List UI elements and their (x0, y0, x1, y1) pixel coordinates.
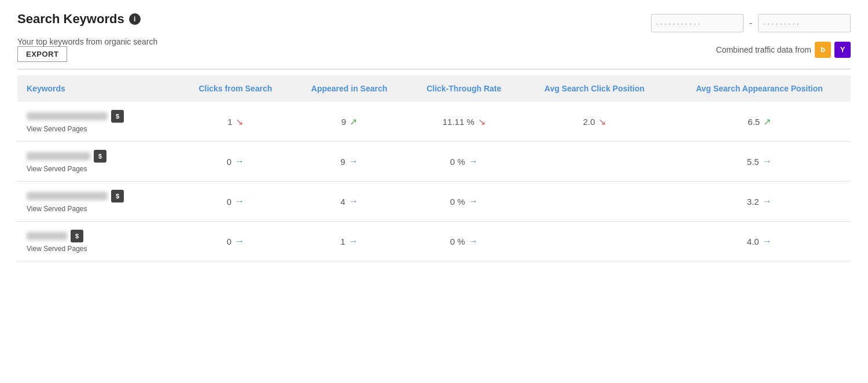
date-to-input[interactable] (758, 14, 851, 32)
dollar-badge: $ (94, 150, 106, 163)
subtitle-text: Your top keywords from organic search (17, 37, 157, 46)
table-row: $ View Served Pages 0→ 4→ 0 %→ 3. (17, 182, 851, 222)
trend-arrow-right: → (235, 236, 244, 246)
ctr-cell: 0 %→ (407, 222, 521, 262)
clicks-from-search-cell: 1↘ (179, 102, 292, 142)
keyword-blurred-text (27, 112, 108, 120)
yahoo-logo: Y (834, 42, 851, 58)
clicks-value: 0→ (227, 156, 244, 167)
appeared-in-search-cell: 9↗ (292, 102, 407, 142)
col-click-through-rate: Click-Through Rate (407, 75, 521, 102)
trend-arrow-right: → (763, 156, 772, 167)
table-row: $ View Served Pages 0→ 1→ 0 %→ 4. (17, 222, 851, 262)
trend-arrow-down: ↘ (598, 116, 606, 127)
trend-arrow-down: ↘ (236, 116, 243, 127)
clicks-from-search-cell: 0→ (179, 182, 292, 222)
keyword-cell: $ View Served Pages (17, 142, 179, 182)
trend-arrow-down: ↘ (478, 116, 486, 127)
traffic-label-text: Combined traffic data from (716, 45, 811, 54)
keyword-blurred-text (27, 232, 67, 240)
dollar-badge: $ (111, 190, 124, 202)
appeared-value: 1→ (340, 236, 358, 246)
trend-arrow-right: → (469, 156, 478, 167)
avg-appearance-position-cell: 5.5→ (668, 142, 851, 182)
avg-appearance-position-cell: 6.5↗ (668, 102, 851, 142)
trend-arrow-right: → (469, 236, 478, 246)
dollar-badge: $ (111, 110, 124, 123)
avg-appearance-value: 4.0→ (747, 236, 772, 246)
dollar-badge: $ (71, 230, 83, 242)
col-clicks-from-search: Clicks from Search (179, 75, 292, 102)
keyword-blurred-text (27, 152, 90, 160)
avg-click-position-cell (521, 222, 668, 262)
title-text: Search Keywords (17, 12, 124, 27)
ctr-value: 0 %→ (450, 236, 478, 246)
trend-arrow-right: → (235, 196, 244, 207)
section-divider (17, 69, 851, 69)
ctr-value: 0 %→ (450, 196, 478, 207)
ctr-cell: 11.11 %↘ (407, 102, 521, 142)
title-area: Search Keywords i (17, 12, 141, 27)
avg-appearance-value: 5.5→ (747, 156, 772, 167)
view-served-pages-link[interactable]: View Served Pages (27, 205, 174, 213)
ctr-value: 0 %→ (450, 156, 478, 167)
avg-appearance-position-cell: 4.0→ (668, 222, 851, 262)
view-served-pages-link[interactable]: View Served Pages (27, 125, 174, 133)
ctr-value: 11.11 %↘ (443, 116, 486, 127)
traffic-source-label: Combined traffic data from b Y (716, 42, 851, 58)
table-row: $ View Served Pages 0→ 9→ 0 %→ 5. (17, 142, 851, 182)
avg-appearance-value: 3.2→ (747, 196, 772, 207)
avg-appearance-position-cell: 3.2→ (668, 182, 851, 222)
view-served-pages-link[interactable]: View Served Pages (27, 165, 174, 173)
appeared-in-search-cell: 4→ (292, 182, 407, 222)
appeared-in-search-cell: 1→ (292, 222, 407, 262)
col-avg-search-appearance-position: Avg Search Appearance Position (668, 75, 851, 102)
avg-click-position-cell (521, 142, 668, 182)
keyword-name-row: $ (27, 230, 83, 242)
trend-arrow-right: → (349, 236, 358, 246)
view-served-pages-link[interactable]: View Served Pages (27, 245, 174, 253)
col-keywords: Keywords (17, 75, 179, 102)
date-separator: - (749, 18, 752, 28)
subtitle-row: Your top keywords from organic search EX… (17, 37, 851, 62)
clicks-value: 0→ (227, 236, 244, 246)
page-title: Search Keywords i (17, 12, 141, 27)
ctr-cell: 0 %→ (407, 182, 521, 222)
avg-click-position-cell (521, 182, 668, 222)
trend-arrow-right: → (763, 196, 772, 207)
subtitle-left: Your top keywords from organic search EX… (17, 37, 157, 62)
export-button[interactable]: EXPORT (17, 46, 67, 62)
table-body: $ View Served Pages 1↘ 9↗ 11.11 %↘ 2.0↘ (17, 102, 851, 262)
clicks-from-search-cell: 0→ (179, 142, 292, 182)
keyword-cell: $ View Served Pages (17, 222, 179, 262)
keyword-name-row: $ (27, 110, 124, 123)
trend-arrow-up: ↗ (763, 116, 771, 127)
trend-arrow-right: → (349, 156, 358, 167)
trend-arrow-up: ↗ (350, 116, 357, 127)
keyword-name-row: $ (27, 190, 124, 202)
avg-click-position-cell: 2.0↘ (521, 102, 668, 142)
clicks-value: 0→ (227, 196, 244, 207)
table-header-row: Keywords Clicks from Search Appeared in … (17, 75, 851, 102)
ctr-cell: 0 %→ (407, 142, 521, 182)
avg-click-value: 2.0↘ (583, 116, 606, 127)
date-from-input[interactable] (651, 14, 744, 32)
appeared-value: 4→ (340, 196, 358, 207)
keyword-cell: $ View Served Pages (17, 182, 179, 222)
date-range-selector: - (651, 14, 851, 32)
trend-arrow-right: → (763, 236, 772, 246)
appeared-value: 9→ (340, 156, 358, 167)
bing-logo: b (815, 42, 831, 58)
appeared-value: 9↗ (341, 116, 357, 127)
keywords-table: Keywords Clicks from Search Appeared in … (17, 75, 851, 262)
keyword-name-row: $ (27, 150, 106, 163)
page-header: Search Keywords i - (17, 12, 851, 32)
keyword-cell: $ View Served Pages (17, 102, 179, 142)
keyword-blurred-text (27, 192, 108, 200)
table-row: $ View Served Pages 1↘ 9↗ 11.11 %↘ 2.0↘ (17, 102, 851, 142)
info-icon[interactable]: i (129, 13, 141, 25)
clicks-value: 1↘ (227, 116, 243, 127)
trend-arrow-right: → (469, 196, 478, 207)
trend-arrow-right: → (349, 196, 358, 207)
col-avg-search-click-position: Avg Search Click Position (521, 75, 668, 102)
